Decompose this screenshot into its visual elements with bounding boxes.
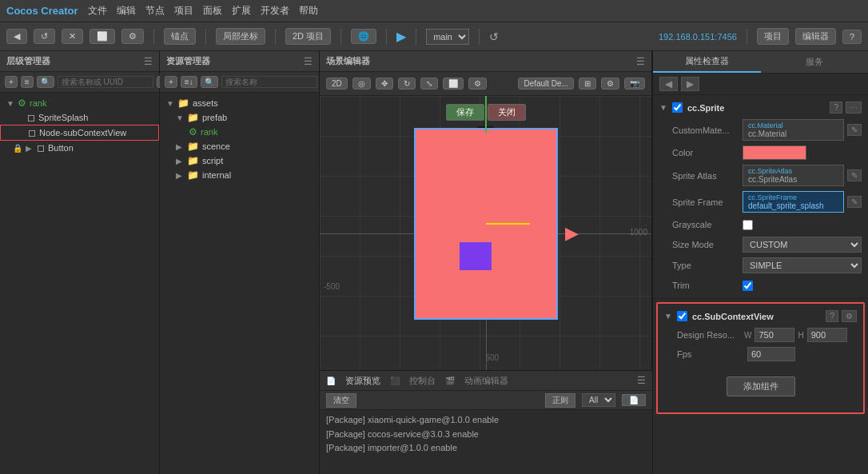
settings-btn[interactable]: ⚙ <box>121 29 144 44</box>
scene-rot-btn[interactable]: ↻ <box>398 78 416 90</box>
bottom-menu-btn[interactable]: ☰ <box>637 375 646 386</box>
coords-btn[interactable]: 局部坐标 <box>216 28 265 45</box>
mode-btn[interactable]: 2D 项目 <box>285 28 331 45</box>
tab-console[interactable]: 控制台 <box>409 375 436 387</box>
nav-forward-btn[interactable]: ▶ <box>681 77 699 91</box>
tab-assets-preview[interactable]: 资源预览 <box>345 375 380 387</box>
assets-search-input[interactable] <box>221 76 317 88</box>
menu-extend[interactable]: 扩展 <box>232 4 251 18</box>
menu-dev[interactable]: 开发者 <box>261 4 289 18</box>
grayscale-checkbox[interactable] <box>743 220 753 230</box>
menu-help[interactable]: 帮助 <box>299 4 318 18</box>
scene-design-btn[interactable]: Default De... <box>518 78 574 90</box>
subcontext-comp-header[interactable]: ▼ cc.SubContextView ? ⚙ <box>658 307 863 325</box>
nav-back-btn[interactable]: ◀ <box>659 77 678 91</box>
sprite-more-btn[interactable]: ⋯ <box>846 102 862 114</box>
menu-file[interactable]: 文件 <box>88 4 107 18</box>
scene-2d-btn[interactable]: 2D <box>326 78 348 90</box>
scene-settings2-btn[interactable]: ⚙ <box>468 78 487 90</box>
regex-btn[interactable]: 正则 <box>545 393 575 408</box>
sprite-container[interactable]: ▲ <box>414 128 558 320</box>
back-btn[interactable]: ◀ <box>6 29 27 44</box>
scene-move-btn[interactable]: ✥ <box>376 78 393 90</box>
anchor-btn[interactable]: 锚点 <box>164 28 196 45</box>
fps-input[interactable] <box>747 347 795 361</box>
assets-sort-btn[interactable]: ≡↓ <box>181 76 197 88</box>
scene-close-btn[interactable]: 关闭 <box>488 104 526 121</box>
play-btn[interactable]: ▶ <box>396 29 406 44</box>
scene-select[interactable]: main <box>426 29 469 45</box>
scene-snap-btn[interactable]: ◎ <box>352 78 371 90</box>
editor-btn[interactable]: 编辑器 <box>795 28 836 45</box>
assets-add-btn[interactable]: + <box>165 76 177 88</box>
scene-rect-btn[interactable]: ⬜ <box>443 78 464 90</box>
refresh-btn[interactable]: ↺ <box>489 30 499 43</box>
scene-scale-btn[interactable]: ⤡ <box>420 78 438 90</box>
sprite-enable-checkbox[interactable] <box>672 102 683 113</box>
trim-checkbox[interactable] <box>743 281 753 291</box>
menu-project[interactable]: 项目 <box>174 4 193 18</box>
scene-aspect-btn[interactable]: ⊞ <box>579 78 596 90</box>
scene-canvas[interactable]: PREFAB 保存 关闭 2:1 ▲ <box>320 96 651 370</box>
clear-btn[interactable]: 清空 <box>326 393 356 408</box>
rect-btn[interactable]: ⬜ <box>90 29 115 44</box>
sprite-help-btn[interactable]: ? <box>830 102 842 114</box>
spriteatlas-edit-btn[interactable]: ✎ <box>847 169 862 181</box>
sizemode-select[interactable]: CUSTOM <box>743 237 862 253</box>
spriteatlas-field[interactable]: cc.SpriteAtlas cc.SpriteAtlas <box>743 165 844 186</box>
main-layout: 层级管理器 ☰ + ≡ 🔍 ↗ ▼ ⚙ rank ◻ SpriteSplash <box>0 51 868 474</box>
scene-gizmo-btn[interactable]: ⚙ <box>601 78 619 90</box>
color-swatch[interactable] <box>743 145 806 160</box>
asset-item-scence[interactable]: ▶ 📁 scence <box>160 139 319 153</box>
menu-edit[interactable]: 编辑 <box>117 4 136 18</box>
subcontext-settings-btn[interactable]: ⚙ <box>842 310 857 322</box>
tab-inspector[interactable]: 属性检查器 <box>653 51 761 73</box>
tree-item-button[interactable]: 🔒 ▶ ◻ Button <box>0 141 159 155</box>
tree-item-spritesplash[interactable]: ◻ SpriteSplash <box>0 110 159 125</box>
help-btn[interactable]: ? <box>842 30 862 44</box>
asset-item-internal[interactable]: ▶ 📁 internal <box>160 168 319 182</box>
tab-animation[interactable]: 动画编辑器 <box>464 375 508 387</box>
subcontext-help-btn[interactable]: ? <box>826 310 838 322</box>
close-x-btn[interactable]: ✕ <box>62 29 83 44</box>
asset-item-prefab[interactable]: ▼ 📁 prefab <box>160 110 319 125</box>
log-filter-select[interactable]: All <box>582 393 615 407</box>
scene-save-btn[interactable]: 保存 <box>446 104 484 121</box>
hierarchy-toolbar: + ≡ 🔍 ↗ <box>0 72 159 93</box>
sprite-icon: ◻ <box>27 112 35 123</box>
prop-sizemode: Size Mode CUSTOM <box>653 234 868 255</box>
tree-item-subcontextview[interactable]: ◻ Node-subContextView <box>0 125 159 141</box>
hierarchy-sort-btn[interactable]: ≡ <box>21 76 34 88</box>
log-export-btn[interactable]: 📄 <box>622 394 646 406</box>
scene-menu-btn[interactable]: ☰ <box>636 56 645 67</box>
tree-item-rank[interactable]: ▼ ⚙ rank <box>0 96 159 110</box>
project-btn[interactable]: 项目 <box>757 28 789 45</box>
spriteframe-field[interactable]: cc.SpriteFrame default_sprite_splash <box>743 191 844 213</box>
asset-item-script[interactable]: ▶ 📁 script <box>160 153 319 168</box>
sep5 <box>386 29 387 45</box>
scene-cam-btn[interactable]: 📷 <box>624 78 645 90</box>
spriteframe-edit-btn[interactable]: ✎ <box>847 196 862 208</box>
custommaterial-edit-btn[interactable]: ✎ <box>847 124 862 136</box>
type-select[interactable]: SIMPLE <box>743 257 862 273</box>
hierarchy-add-btn[interactable]: + <box>5 76 18 88</box>
designreso-h-input[interactable] <box>807 328 847 342</box>
tree-label-button: Button <box>48 143 74 153</box>
asset-item-rank[interactable]: ⚙ rank <box>160 125 319 139</box>
menu-panel[interactable]: 面板 <box>203 4 222 18</box>
sprite-comp-header[interactable]: ▼ cc.Sprite ? ⋯ <box>653 98 868 117</box>
subcontext-enable-checkbox[interactable] <box>677 311 687 321</box>
forward-btn[interactable]: ↺ <box>34 29 55 44</box>
hierarchy-menu-btn[interactable]: ☰ <box>144 56 153 67</box>
hierarchy-search-btn[interactable]: 🔍 <box>37 76 54 88</box>
hierarchy-search-input[interactable] <box>58 76 153 88</box>
custommaterial-field[interactable]: cc.Material cc.Material <box>743 119 844 141</box>
asset-item-assets[interactable]: ▼ 📁 assets <box>160 96 319 110</box>
tab-service[interactable]: 服务 <box>761 51 869 73</box>
assets-menu-btn[interactable]: ☰ <box>304 56 313 67</box>
add-component-btn[interactable]: 添加组件 <box>727 376 795 396</box>
designreso-w-input[interactable] <box>755 328 794 342</box>
menu-node[interactable]: 节点 <box>145 4 165 18</box>
assets-search-btn[interactable]: 🔍 <box>201 76 218 88</box>
globe-btn[interactable]: 🌐 <box>351 29 376 44</box>
